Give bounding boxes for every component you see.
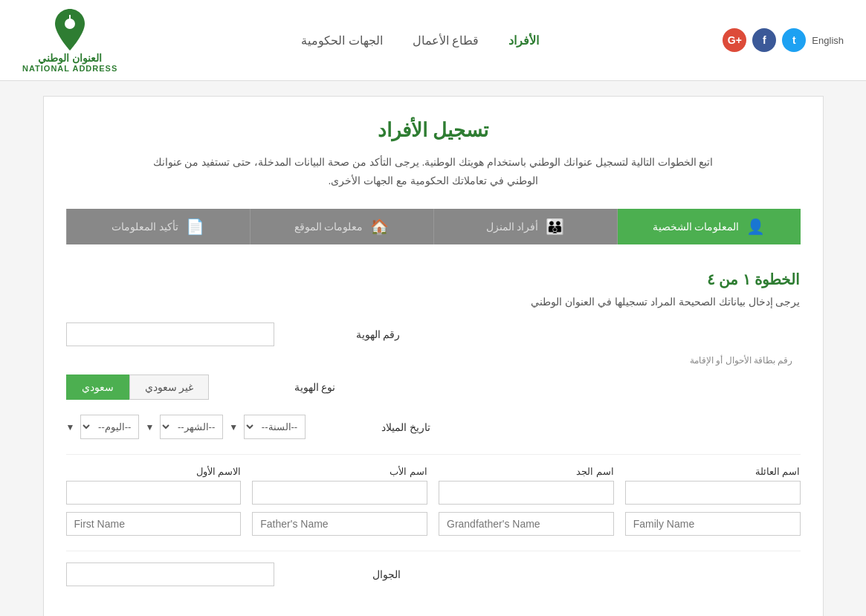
step3-label: معلومات الموقع [294,221,363,233]
divider1 [66,454,801,455]
facebook-icon[interactable]: f [752,28,776,52]
family-name-ar-label: اسم العائلة [625,466,801,477]
twitter-icon[interactable]: t [782,28,806,52]
father-name-ar-group: اسم الأب [252,466,427,505]
step-instruction: يرجى إدخال بياناتك الصحيحة المراد تسجيله… [66,296,801,308]
logo: العنوان الوطني NATIONAL ADDRESS [22,7,117,73]
form-section: الخطوة ١ من ٤ يرجى إدخال بياناتك الصحيحة… [66,263,801,601]
step-location[interactable]: 🏠 معلومات الموقع [250,209,433,244]
non-saudi-button[interactable]: غير سعودي [129,375,210,400]
id-sublabel: رقم بطاقة الأحوال أو الإقامة [66,355,801,366]
year-dropdown-arrow: ▼ [229,422,238,432]
saudi-button[interactable]: سعودي [66,375,129,400]
logo-arabic-text: العنوان الوطني [38,52,102,64]
english-name-fields [66,512,801,536]
step-personal-info[interactable]: 👤 المعلومات الشخصية [617,209,801,244]
id-input[interactable] [66,322,274,346]
page-subtitle: اتبع الخطوات التالية لتسجيل عنوانك الوطن… [66,153,801,190]
day-dropdown-arrow: ▼ [66,422,75,432]
location-icon: 🏠 [370,218,389,236]
step-heading: الخطوة ١ من ٤ [66,270,801,288]
step1-label: المعلومات الشخصية [653,221,740,233]
birthdate-label: تاريخ الميلاد [311,421,430,433]
id-type-buttons: غير سعودي سعودي [66,375,210,400]
mobile-row: الجوال [66,562,801,586]
family-name-en-group [625,512,801,536]
first-name-en-input[interactable] [66,512,242,536]
day-select[interactable]: --اليوم-- [80,415,139,439]
father-name-en-input[interactable] [252,512,427,536]
first-name-ar-group: الاسم الأول [66,466,242,505]
step-household[interactable]: 👪 أفراد المنزل [433,209,617,244]
person-icon: 👤 [746,218,765,236]
steps-bar: 👤 المعلومات الشخصية 👪 أفراد المنزل 🏠 معل… [66,209,801,244]
grandfather-name-en-input[interactable] [439,512,614,536]
year-select[interactable]: --السنة-- [244,415,306,439]
birthdate-row: تاريخ الميلاد --السنة-- ▼ --الشهر-- ▼ --… [66,415,801,439]
mobile-label: الجوال [282,568,401,580]
first-name-en-group [66,512,242,536]
header: G+ f t English الأفراد قطاع الأعمال الجه… [0,0,866,81]
google-plus-icon[interactable]: G+ [723,28,746,52]
grandfather-name-ar-input[interactable] [439,481,614,505]
page-title: تسجيل الأفراد [66,119,801,142]
father-name-ar-input[interactable] [252,481,427,505]
first-name-ar-input[interactable] [66,481,242,505]
grandfather-name-ar-group: اسم الجد [439,466,614,505]
nav-government[interactable]: الجهات الحكومية [301,33,382,48]
father-name-en-group [252,512,427,536]
family-name-en-input[interactable] [625,512,801,536]
english-link[interactable]: English [812,35,844,46]
month-select[interactable]: --الشهر-- [160,415,223,439]
arabic-name-fields: اسم العائلة اسم الجد اسم الأب الاسم الأو… [66,466,801,505]
id-type-label: نوع الهوية [216,381,335,393]
step2-label: أفراد المنزل [486,221,539,233]
svg-point-0 [65,19,75,29]
family-name-ar-input[interactable] [625,481,801,505]
main-container: تسجيل الأفراد اتبع الخطوات التالية لتسجي… [43,96,824,616]
divider2 [66,551,801,551]
header-left: G+ f t English [723,28,844,52]
grandfather-name-ar-label: اسم الجد [439,466,614,477]
month-dropdown-arrow: ▼ [145,422,154,432]
nav-business[interactable]: قطاع الأعمال [413,33,479,48]
first-name-ar-label: الاسم الأول [66,466,242,477]
logo-english-text: NATIONAL ADDRESS [22,64,117,73]
header-nav: الأفراد قطاع الأعمال الجهات الحكومية [301,33,539,48]
nav-individuals[interactable]: الأفراد [508,33,539,48]
step4-label: تأكيد المعلومات [112,221,178,233]
grandfather-name-en-group [439,512,614,536]
father-name-ar-label: اسم الأب [252,466,427,477]
family-name-ar-group: اسم العائلة [625,466,801,505]
mobile-input[interactable] [66,562,274,586]
id-number-row: رقم الهوية [66,322,801,346]
household-icon: 👪 [546,218,564,236]
confirm-icon: 📄 [186,218,204,236]
id-label: رقم الهوية [282,328,401,340]
step-confirm[interactable]: 📄 تأكيد المعلومات [66,209,250,244]
id-type-row: نوع الهوية غير سعودي سعودي [66,375,801,400]
